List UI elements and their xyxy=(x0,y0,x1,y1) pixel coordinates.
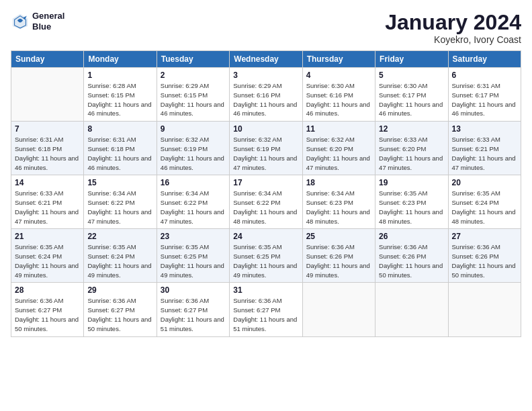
day-info: Sunrise: 6:33 AMSunset: 6:21 PMDaylight:… xyxy=(15,189,80,226)
calendar-day-cell: 1Sunrise: 6:28 AMSunset: 6:15 PMDaylight… xyxy=(84,68,157,122)
calendar-day-cell: 19Sunrise: 6:35 AMSunset: 6:23 PMDayligh… xyxy=(375,175,448,229)
calendar-week-row: 21Sunrise: 6:35 AMSunset: 6:24 PMDayligh… xyxy=(11,229,521,283)
day-number: 15 xyxy=(87,178,152,187)
day-number: 17 xyxy=(233,178,298,187)
logo-line1: General xyxy=(32,11,64,21)
calendar-day-cell: 12Sunrise: 6:33 AMSunset: 6:20 PMDayligh… xyxy=(375,122,448,175)
calendar-day-cell: 24Sunrise: 6:35 AMSunset: 6:25 PMDayligh… xyxy=(230,229,302,283)
calendar-subtitle: Koyekro, Ivory Coast xyxy=(385,34,521,45)
day-info: Sunrise: 6:34 AMSunset: 6:22 PMDaylight:… xyxy=(233,189,298,226)
day-number: 23 xyxy=(161,232,226,241)
calendar-day-cell: 9Sunrise: 6:32 AMSunset: 6:19 PMDaylight… xyxy=(157,122,229,175)
day-number: 26 xyxy=(379,232,444,241)
calendar-title: January 2024 xyxy=(385,11,521,34)
day-of-week-header: Monday xyxy=(84,51,157,68)
day-info: Sunrise: 6:34 AMSunset: 6:22 PMDaylight:… xyxy=(87,189,152,226)
day-of-week-header: Thursday xyxy=(302,51,375,68)
day-info: Sunrise: 6:36 AMSunset: 6:27 PMDaylight:… xyxy=(233,296,298,333)
calendar-week-row: 1Sunrise: 6:28 AMSunset: 6:15 PMDaylight… xyxy=(11,68,521,122)
day-number: 30 xyxy=(161,285,226,295)
day-info: Sunrise: 6:33 AMSunset: 6:21 PMDaylight:… xyxy=(452,135,517,172)
day-info: Sunrise: 6:31 AMSunset: 6:17 PMDaylight:… xyxy=(452,81,517,118)
day-number: 14 xyxy=(15,178,80,187)
calendar-week-row: 7Sunrise: 6:31 AMSunset: 6:18 PMDaylight… xyxy=(11,122,521,175)
calendar-day-cell: 4Sunrise: 6:30 AMSunset: 6:16 PMDaylight… xyxy=(302,68,375,122)
page-header: General Blue January 2024 Koyekro, Ivory… xyxy=(11,11,521,45)
day-info: Sunrise: 6:29 AMSunset: 6:15 PMDaylight:… xyxy=(161,81,226,118)
day-number: 5 xyxy=(379,71,444,80)
day-number: 25 xyxy=(306,232,371,241)
calendar-day-cell: 29Sunrise: 6:36 AMSunset: 6:27 PMDayligh… xyxy=(84,283,157,336)
title-block: January 2024 Koyekro, Ivory Coast xyxy=(385,11,521,45)
calendar-day-cell: 18Sunrise: 6:34 AMSunset: 6:23 PMDayligh… xyxy=(302,175,375,229)
day-info: Sunrise: 6:30 AMSunset: 6:16 PMDaylight:… xyxy=(306,81,371,118)
calendar-day-cell: 25Sunrise: 6:36 AMSunset: 6:26 PMDayligh… xyxy=(302,229,375,283)
calendar-day-cell: 21Sunrise: 6:35 AMSunset: 6:24 PMDayligh… xyxy=(11,229,84,283)
day-info: Sunrise: 6:32 AMSunset: 6:19 PMDaylight:… xyxy=(233,135,298,172)
calendar-header-row: SundayMondayTuesdayWednesdayThursdayFrid… xyxy=(11,51,521,68)
day-info: Sunrise: 6:36 AMSunset: 6:27 PMDaylight:… xyxy=(87,296,152,333)
day-info: Sunrise: 6:29 AMSunset: 6:16 PMDaylight:… xyxy=(233,81,298,118)
calendar-day-cell xyxy=(375,283,448,336)
calendar-day-cell xyxy=(11,68,84,122)
calendar-day-cell: 26Sunrise: 6:36 AMSunset: 6:26 PMDayligh… xyxy=(375,229,448,283)
day-number: 24 xyxy=(233,232,298,241)
day-number: 31 xyxy=(233,285,298,295)
day-number: 16 xyxy=(161,178,226,187)
day-number: 29 xyxy=(87,285,152,295)
day-info: Sunrise: 6:35 AMSunset: 6:24 PMDaylight:… xyxy=(87,242,152,279)
day-number: 7 xyxy=(15,124,80,134)
day-info: Sunrise: 6:31 AMSunset: 6:18 PMDaylight:… xyxy=(87,135,152,172)
day-info: Sunrise: 6:36 AMSunset: 6:26 PMDaylight:… xyxy=(379,242,444,279)
logo: General Blue xyxy=(11,11,64,32)
day-number: 28 xyxy=(15,285,80,295)
day-info: Sunrise: 6:35 AMSunset: 6:24 PMDaylight:… xyxy=(452,189,517,226)
day-info: Sunrise: 6:33 AMSunset: 6:20 PMDaylight:… xyxy=(379,135,444,172)
calendar-day-cell: 10Sunrise: 6:32 AMSunset: 6:19 PMDayligh… xyxy=(230,122,302,175)
day-info: Sunrise: 6:36 AMSunset: 6:27 PMDaylight:… xyxy=(161,296,226,333)
calendar-day-cell xyxy=(302,283,375,336)
day-number: 18 xyxy=(306,178,371,187)
logo-text: General Blue xyxy=(32,11,64,32)
day-number: 9 xyxy=(161,124,226,134)
day-info: Sunrise: 6:35 AMSunset: 6:25 PMDaylight:… xyxy=(233,242,298,279)
day-number: 21 xyxy=(15,232,80,241)
day-number: 27 xyxy=(452,232,517,241)
day-info: Sunrise: 6:36 AMSunset: 6:26 PMDaylight:… xyxy=(306,242,371,279)
calendar-day-cell: 5Sunrise: 6:30 AMSunset: 6:17 PMDaylight… xyxy=(375,68,448,122)
calendar-table: SundayMondayTuesdayWednesdayThursdayFrid… xyxy=(11,50,521,336)
day-number: 13 xyxy=(452,124,517,134)
day-number: 12 xyxy=(379,124,444,134)
day-number: 11 xyxy=(306,124,371,134)
calendar-day-cell: 15Sunrise: 6:34 AMSunset: 6:22 PMDayligh… xyxy=(84,175,157,229)
day-number: 1 xyxy=(87,71,152,80)
day-info: Sunrise: 6:36 AMSunset: 6:27 PMDaylight:… xyxy=(15,296,80,333)
calendar-day-cell xyxy=(448,283,521,336)
calendar-day-cell: 16Sunrise: 6:34 AMSunset: 6:22 PMDayligh… xyxy=(157,175,229,229)
calendar-day-cell: 28Sunrise: 6:36 AMSunset: 6:27 PMDayligh… xyxy=(11,283,84,336)
calendar-day-cell: 11Sunrise: 6:32 AMSunset: 6:20 PMDayligh… xyxy=(302,122,375,175)
calendar-day-cell: 23Sunrise: 6:35 AMSunset: 6:25 PMDayligh… xyxy=(157,229,229,283)
day-info: Sunrise: 6:35 AMSunset: 6:24 PMDaylight:… xyxy=(15,242,80,279)
day-info: Sunrise: 6:30 AMSunset: 6:17 PMDaylight:… xyxy=(379,81,444,118)
logo-icon xyxy=(11,12,30,31)
day-of-week-header: Wednesday xyxy=(230,51,302,68)
day-of-week-header: Saturday xyxy=(448,51,521,68)
calendar-day-cell: 27Sunrise: 6:36 AMSunset: 6:26 PMDayligh… xyxy=(448,229,521,283)
day-info: Sunrise: 6:34 AMSunset: 6:23 PMDaylight:… xyxy=(306,189,371,226)
day-info: Sunrise: 6:32 AMSunset: 6:19 PMDaylight:… xyxy=(161,135,226,172)
calendar-day-cell: 22Sunrise: 6:35 AMSunset: 6:24 PMDayligh… xyxy=(84,229,157,283)
day-of-week-header: Tuesday xyxy=(157,51,229,68)
calendar-day-cell: 7Sunrise: 6:31 AMSunset: 6:18 PMDaylight… xyxy=(11,122,84,175)
calendar-day-cell: 30Sunrise: 6:36 AMSunset: 6:27 PMDayligh… xyxy=(157,283,229,336)
calendar-day-cell: 13Sunrise: 6:33 AMSunset: 6:21 PMDayligh… xyxy=(448,122,521,175)
day-number: 19 xyxy=(379,178,444,187)
day-number: 8 xyxy=(87,124,152,134)
calendar-day-cell: 3Sunrise: 6:29 AMSunset: 6:16 PMDaylight… xyxy=(230,68,302,122)
day-number: 20 xyxy=(452,178,517,187)
day-info: Sunrise: 6:28 AMSunset: 6:15 PMDaylight:… xyxy=(87,81,152,118)
day-number: 6 xyxy=(452,71,517,80)
day-number: 3 xyxy=(233,71,298,80)
calendar-day-cell: 17Sunrise: 6:34 AMSunset: 6:22 PMDayligh… xyxy=(230,175,302,229)
day-info: Sunrise: 6:32 AMSunset: 6:20 PMDaylight:… xyxy=(306,135,371,172)
